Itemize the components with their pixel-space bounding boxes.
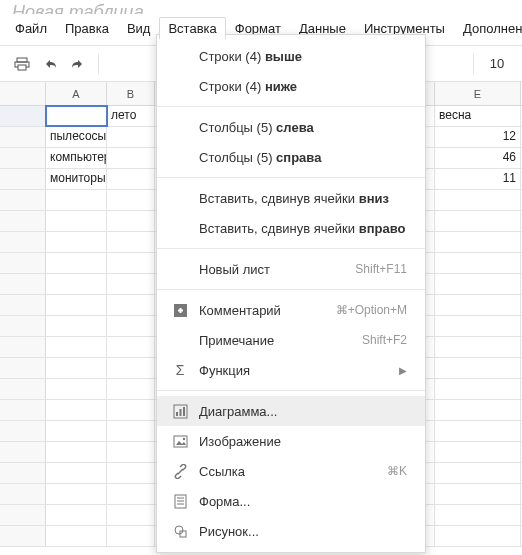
row-header[interactable] — [0, 295, 46, 315]
insert-link[interactable]: Ссылка ⌘K — [157, 456, 425, 486]
cell[interactable] — [46, 484, 107, 504]
row-header[interactable] — [0, 379, 46, 399]
insert-shift-right[interactable]: Вставить, сдвинув ячейки вправо — [157, 213, 425, 243]
cell[interactable] — [107, 421, 155, 441]
cell[interactable] — [46, 421, 107, 441]
cell[interactable] — [46, 526, 107, 546]
cell[interactable] — [46, 253, 107, 273]
row-header[interactable] — [0, 337, 46, 357]
cell-e1[interactable]: весна — [435, 106, 521, 126]
row-header[interactable] — [0, 253, 46, 273]
cell[interactable] — [46, 379, 107, 399]
insert-function[interactable]: Σ Функция ▶ — [157, 355, 425, 385]
row-header-4[interactable] — [0, 169, 46, 189]
insert-image[interactable]: Изображение — [157, 426, 425, 456]
col-header-b[interactable]: B — [107, 82, 155, 105]
cell-a1[interactable] — [46, 106, 107, 126]
cell[interactable] — [46, 337, 107, 357]
cell[interactable] — [46, 442, 107, 462]
cell-e3[interactable]: 46 — [435, 148, 521, 168]
insert-shift-down[interactable]: Вставить, сдвинув ячейки вниз — [157, 183, 425, 213]
row-header[interactable] — [0, 274, 46, 294]
insert-cols-right[interactable]: Столбцы (5) справа — [157, 142, 425, 172]
cell[interactable] — [435, 316, 521, 336]
cell[interactable] — [107, 442, 155, 462]
cell[interactable] — [46, 463, 107, 483]
insert-note[interactable]: Примечание Shift+F2 — [157, 325, 425, 355]
cell[interactable] — [435, 484, 521, 504]
row-header[interactable] — [0, 400, 46, 420]
cell[interactable] — [46, 190, 107, 210]
row-header-3[interactable] — [0, 148, 46, 168]
cell[interactable] — [107, 295, 155, 315]
undo-icon[interactable] — [38, 52, 62, 76]
cell-b3[interactable] — [107, 148, 155, 168]
row-header[interactable] — [0, 316, 46, 336]
font-size-value[interactable]: 10 — [482, 56, 512, 71]
cell[interactable] — [107, 274, 155, 294]
insert-comment[interactable]: Комментарий ⌘+Option+M — [157, 295, 425, 325]
row-header[interactable] — [0, 211, 46, 231]
cell[interactable] — [107, 400, 155, 420]
row-header[interactable] — [0, 442, 46, 462]
cell[interactable] — [107, 379, 155, 399]
insert-cols-left[interactable]: Столбцы (5) слева — [157, 112, 425, 142]
cell[interactable] — [46, 211, 107, 231]
cell[interactable] — [46, 274, 107, 294]
print-icon[interactable] — [10, 52, 34, 76]
cell[interactable] — [435, 442, 521, 462]
col-header-e[interactable]: E — [435, 82, 521, 105]
cell[interactable] — [435, 463, 521, 483]
cell[interactable] — [435, 421, 521, 441]
insert-chart[interactable]: Диаграмма... — [157, 396, 425, 426]
insert-rows-above[interactable]: Строки (4) выше — [157, 41, 425, 71]
cell[interactable] — [107, 358, 155, 378]
cell[interactable] — [46, 358, 107, 378]
row-header[interactable] — [0, 463, 46, 483]
row-header[interactable] — [0, 526, 46, 546]
cell[interactable] — [435, 379, 521, 399]
cell[interactable] — [46, 295, 107, 315]
menu-edit[interactable]: Правка — [56, 17, 118, 40]
cell[interactable] — [435, 337, 521, 357]
menu-view[interactable]: Вид — [118, 17, 160, 40]
select-all-corner[interactable] — [0, 82, 46, 105]
cell-a4[interactable]: мониторы — [46, 169, 107, 189]
cell[interactable] — [435, 400, 521, 420]
cell[interactable] — [107, 190, 155, 210]
cell[interactable] — [435, 295, 521, 315]
menu-file[interactable]: Файл — [6, 17, 56, 40]
cell-b4[interactable] — [107, 169, 155, 189]
cell[interactable] — [107, 232, 155, 252]
cell[interactable] — [107, 526, 155, 546]
cell[interactable] — [435, 190, 521, 210]
cell-a2[interactable]: пылесосы — [46, 127, 107, 147]
cell[interactable] — [435, 505, 521, 525]
cell[interactable] — [46, 505, 107, 525]
cell[interactable] — [435, 211, 521, 231]
row-header[interactable] — [0, 484, 46, 504]
menu-insert[interactable]: Вставка — [159, 17, 225, 40]
cell[interactable] — [107, 484, 155, 504]
cell[interactable] — [107, 337, 155, 357]
row-header[interactable] — [0, 505, 46, 525]
row-header-2[interactable] — [0, 127, 46, 147]
cell-a3[interactable]: компьютеры — [46, 148, 107, 168]
cell[interactable] — [46, 316, 107, 336]
col-header-a[interactable]: A — [46, 82, 107, 105]
cell[interactable] — [107, 211, 155, 231]
cell-b2[interactable] — [107, 127, 155, 147]
row-header[interactable] — [0, 421, 46, 441]
cell-b1[interactable]: лето — [107, 106, 155, 126]
doc-title[interactable]: Новая таблица — [0, 0, 522, 14]
cell[interactable] — [107, 316, 155, 336]
insert-form[interactable]: Форма... — [157, 486, 425, 516]
menu-addons[interactable]: Дополнения — [454, 17, 522, 40]
row-header[interactable] — [0, 358, 46, 378]
row-header[interactable] — [0, 190, 46, 210]
cell[interactable] — [435, 358, 521, 378]
cell[interactable] — [46, 400, 107, 420]
cell[interactable] — [46, 232, 107, 252]
redo-icon[interactable] — [66, 52, 90, 76]
insert-new-sheet[interactable]: Новый лист Shift+F11 — [157, 254, 425, 284]
